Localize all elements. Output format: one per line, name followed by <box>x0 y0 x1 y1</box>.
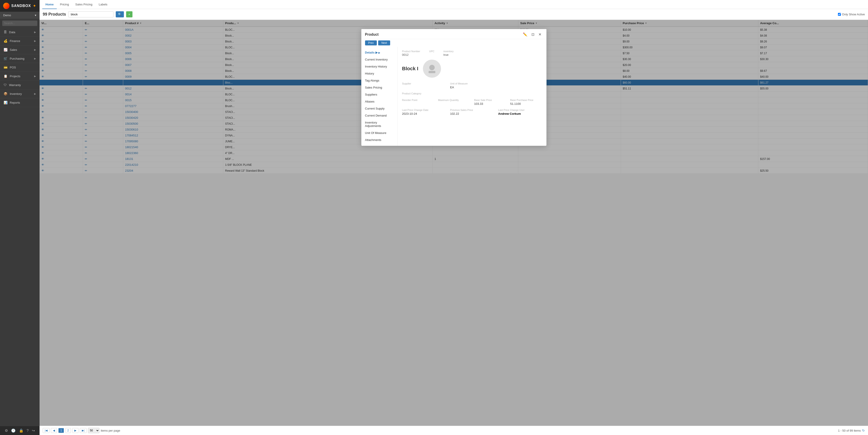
modal-actions: ✏️ ⊡ ✕ <box>522 32 543 37</box>
inventory-icon: 📦 <box>4 92 7 96</box>
only-active-text: Only Show Active <box>842 13 865 16</box>
logo-decoration: ✦ <box>33 3 36 8</box>
next-button[interactable]: Next <box>378 40 390 45</box>
sidenav-inventory-adjustments[interactable]: Inventory Adjustments <box>362 119 397 129</box>
sidenav-unit-of-measure[interactable]: Unit Of Measure <box>362 129 397 136</box>
sidebar-item-label-purchasing: Purchasing <box>10 57 24 60</box>
product-search-input[interactable] <box>68 11 114 18</box>
sidenav-tag-alongs[interactable]: Tag Alongs <box>362 77 397 84</box>
previous-sales-price-value: 102.22 <box>450 112 459 115</box>
page-1-button[interactable]: 1 <box>58 428 64 433</box>
sidenav-history[interactable]: History <box>362 70 397 77</box>
sidenav-suppliers[interactable]: Suppliers <box>362 91 397 98</box>
last-price-change-user-value: Andrew Corkum <box>498 112 521 115</box>
modal-header: Product ✏️ ⊡ ✕ <box>362 29 546 39</box>
modal-overlay[interactable]: Product ✏️ ⊡ ✕ Prev Next Details ▶ Curre <box>39 20 868 426</box>
add-product-button[interactable]: + <box>126 11 132 18</box>
product-number-label: Product Number <box>402 50 420 53</box>
projects-arrow-icon: ▶ <box>34 75 36 78</box>
sidebar-item-pos[interactable]: 💳 POS <box>0 63 39 72</box>
unit-of-measure-label: Unit of Measure <box>450 82 494 85</box>
sidenav-details[interactable]: Details ▶ <box>362 49 397 56</box>
base-sale-price-field: Base Sale Price 103.33 <box>474 99 506 105</box>
settings-icon[interactable]: ⚙ <box>5 429 8 433</box>
sidebar-item-warranty[interactable]: 🛡 Warranty <box>0 80 39 90</box>
base-purchase-price-value: 51.1100 <box>510 102 521 105</box>
search-button[interactable]: 🔍 <box>116 11 124 18</box>
projects-icon: 📋 <box>4 74 7 78</box>
next-page-button[interactable]: ▶ <box>72 428 79 433</box>
sidebar-item-label-sales: Sales <box>10 48 17 52</box>
pagination-range-label: 1 - 50 of 99 items <box>838 429 861 432</box>
logo-area: SANDBOX ✦ <box>0 0 39 12</box>
sidebar-item-finance[interactable]: 💰 Finance ▶ <box>0 37 39 45</box>
logout-icon[interactable]: ↪ <box>32 429 35 433</box>
last-price-change-date-value: 2023-10-24 <box>402 112 417 115</box>
base-purchase-price-label: Base Purchase Price <box>510 99 542 101</box>
product-image <box>423 60 441 78</box>
product-name-row: Block I <box>402 60 542 78</box>
sidebar-item-label-data: Data <box>9 31 15 34</box>
demo-label: Demo <box>3 13 11 17</box>
sidenav-current-supply[interactable]: Current Supply <box>362 105 397 112</box>
sidebar-item-inventory[interactable]: 📦 Inventory ▶ <box>0 90 39 98</box>
pos-icon: 💳 <box>4 66 7 69</box>
help-icon[interactable]: ? <box>27 429 29 433</box>
unit-of-measure-field: Unit of Measure EA <box>450 82 494 89</box>
product-name: Block I <box>402 66 418 72</box>
detail-grid-1: Supplier Unit of Measure EA <box>402 82 542 89</box>
sidebar-item-sales[interactable]: 📈 Sales ▶ <box>0 45 39 54</box>
sidebar-item-label-reports: Reports <box>10 101 20 104</box>
expand-button[interactable]: ⊡ <box>530 32 536 37</box>
sidenav-sales-pricing[interactable]: Sales Pricing <box>362 84 397 91</box>
sidenav-aliases[interactable]: Aliases <box>362 98 397 105</box>
product-meta: Product Number 0012 UPC inventory true <box>402 50 542 57</box>
only-active-checkbox[interactable] <box>838 13 841 16</box>
product-number-value: 0012 <box>402 53 409 57</box>
sidebar-item-projects[interactable]: 📋 Projects ▶ <box>0 72 39 80</box>
per-page-select[interactable]: 50 25 100 <box>88 428 99 433</box>
finance-icon: 💰 <box>4 39 7 43</box>
demo-chevron[interactable]: ▾ <box>35 13 36 17</box>
close-button[interactable]: ✕ <box>537 32 543 37</box>
sidenav-attachments[interactable]: Attachments <box>362 136 397 143</box>
sidebar-item-reports[interactable]: 📊 Reports <box>0 98 39 107</box>
upc-group: UPC <box>429 50 434 57</box>
prev-button[interactable]: Prev <box>365 40 377 45</box>
pagination-bar: |◀ ◀ 1 2 ▶ ▶| 50 25 100 items per page 1… <box>39 426 868 435</box>
sidenav-current-inventory[interactable]: Current Inventory <box>362 56 397 63</box>
page-2-button[interactable]: 2 <box>65 428 71 433</box>
data-arrow-icon: ▶ <box>34 31 36 34</box>
previous-sales-price-label: Previous Sales Price <box>450 109 494 111</box>
product-number-group: Product Number 0012 <box>402 50 420 57</box>
page-title: 99 Products <box>43 12 66 17</box>
first-page-button[interactable]: |◀ <box>43 428 50 433</box>
modal-nav: Prev Next <box>362 39 546 47</box>
tab-sales-pricing[interactable]: Sales Pricing <box>72 0 96 9</box>
edit-button[interactable]: ✏️ <box>522 32 529 37</box>
sidenav-inventory-history[interactable]: Inventory History <box>362 63 397 70</box>
supplier-label: Supplier <box>402 82 446 85</box>
maximum-quantity-label: Maximum Quantity <box>438 99 470 101</box>
tab-pricing[interactable]: Pricing <box>57 0 72 9</box>
content-area: Vi... E... Product # ▼ Produ... ▼ Activi… <box>39 20 868 426</box>
demo-bar: Demo ▾ <box>0 12 39 19</box>
sidebar-search-bar <box>0 19 39 28</box>
sidebar-item-purchasing[interactable]: 🛒 Purchasing ▶ <box>0 54 39 63</box>
sidenav-current-demand[interactable]: Current Demand <box>362 112 397 119</box>
last-price-change-date-field: Last Price Change Date 2023-10-24 <box>402 109 446 115</box>
sidebar-search-input[interactable] <box>2 21 37 26</box>
prev-page-button[interactable]: ◀ <box>51 428 57 433</box>
refresh-button[interactable]: ↻ <box>862 429 865 432</box>
upc-label: UPC <box>429 50 434 53</box>
lock-icon[interactable]: 🔒 <box>19 429 24 433</box>
logo-text: SANDBOX <box>11 4 31 8</box>
modal-body: Details ▶ Current Inventory Inventory Hi… <box>362 47 546 146</box>
tab-home[interactable]: Home <box>42 0 57 9</box>
tab-labels[interactable]: Labels <box>96 0 111 9</box>
product-category-field: Product Category <box>402 92 494 96</box>
topnav: Home Pricing Sales Pricing Labels <box>39 0 868 9</box>
clock-icon[interactable]: 🕐 <box>11 429 16 433</box>
sidebar-item-data[interactable]: 🗄 Data ▶ <box>0 28 39 37</box>
last-page-button[interactable]: ▶| <box>80 428 87 433</box>
